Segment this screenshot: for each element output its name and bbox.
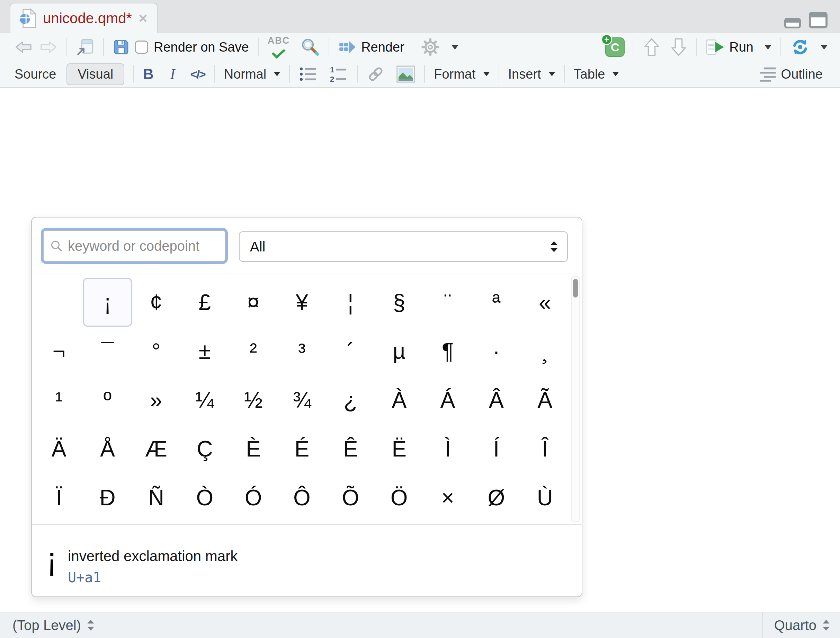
symbol-cell[interactable] xyxy=(35,278,83,327)
save-button[interactable] xyxy=(113,38,129,56)
symbol-cell[interactable]: À xyxy=(375,376,423,424)
table-menu[interactable]: Table xyxy=(574,67,619,82)
render-on-save-checkbox[interactable] xyxy=(135,41,148,54)
back-button[interactable] xyxy=(14,39,33,55)
symbol-cell[interactable]: ¨ xyxy=(423,278,472,327)
insert-link-button[interactable] xyxy=(367,66,385,82)
symbol-cell[interactable]: Í xyxy=(472,424,520,473)
symbol-cell[interactable]: Ñ xyxy=(132,473,180,522)
symbol-cell[interactable]: » xyxy=(132,376,180,424)
paragraph-style-dropdown[interactable]: Normal xyxy=(224,67,280,82)
symbol-filter-select[interactable]: All xyxy=(239,231,568,262)
symbol-cell[interactable]: ¡ xyxy=(83,278,131,327)
symbol-cell[interactable]: ¦ xyxy=(326,278,375,327)
symbol-cell[interactable]: £ xyxy=(180,278,229,327)
go-to-previous-chunk-button[interactable] xyxy=(643,38,660,57)
symbol-cell[interactable]: ¿ xyxy=(326,376,375,424)
symbol-cell[interactable]: Ù xyxy=(521,473,569,522)
symbol-cell[interactable]: § xyxy=(375,278,423,327)
symbol-cell[interactable]: Ô xyxy=(278,473,326,522)
editor-canvas[interactable]: All ¡¢£¤¥¦§¨ª«¬¯°±²³´µ¶·¸¹º»¼½¾¿ÀÁÂÃÄÅÆÇ… xyxy=(0,88,840,612)
spellcheck-button[interactable]: ABC xyxy=(268,36,290,58)
run-button[interactable]: Run xyxy=(706,38,771,56)
symbol-cell[interactable]: « xyxy=(521,278,569,327)
symbol-cell[interactable]: ¬ xyxy=(35,327,83,376)
symbol-cell[interactable]: ¼ xyxy=(180,376,229,424)
symbol-cell[interactable]: Á xyxy=(423,376,472,424)
symbol-cell[interactable]: Ä xyxy=(35,424,83,473)
symbol-cell[interactable]: Ð xyxy=(83,473,131,522)
table-menu-label: Table xyxy=(574,67,605,82)
symbol-cell[interactable]: ° xyxy=(132,327,180,376)
symbol-preview: ¡ inverted exclamation mark U+a1 xyxy=(32,524,582,597)
symbol-cell[interactable]: Ø xyxy=(472,473,520,522)
symbol-cell[interactable]: ¾ xyxy=(278,376,326,424)
outline-toggle-button[interactable]: Outline xyxy=(759,66,823,82)
tab-unicode-qmd[interactable]: unicode.qmd* ✕ xyxy=(10,3,158,33)
symbol-cell[interactable]: º xyxy=(83,376,131,424)
open-in-new-window-button[interactable] xyxy=(76,38,94,56)
bullet-list-button[interactable] xyxy=(299,66,317,82)
render-on-save-label[interactable]: Render on Save xyxy=(154,40,249,55)
scope-selector[interactable]: (Top Level) xyxy=(13,613,95,638)
symbol-cell[interactable]: µ xyxy=(375,327,423,376)
symbol-cell[interactable]: É xyxy=(278,424,326,473)
symbol-cell[interactable]: Ì xyxy=(423,424,472,473)
symbol-cell[interactable]: ´ xyxy=(326,327,375,376)
source-document-button[interactable] xyxy=(790,38,827,56)
symbol-cell[interactable]: Ï xyxy=(35,473,83,522)
insert-chunk-button[interactable]: C + xyxy=(605,38,625,57)
close-icon[interactable]: ✕ xyxy=(138,11,148,25)
forward-button[interactable] xyxy=(39,39,57,55)
document-mode-selector[interactable]: Quarto xyxy=(763,613,840,638)
symbol-cell[interactable]: ¤ xyxy=(229,278,277,327)
visual-mode-button[interactable]: Visual xyxy=(66,63,124,85)
minimize-pane-icon[interactable] xyxy=(784,18,801,28)
symbol-cell[interactable]: Å xyxy=(83,424,131,473)
symbol-cell[interactable]: ¢ xyxy=(132,278,180,327)
source-mode-button[interactable]: Source xyxy=(14,67,56,82)
symbol-cell[interactable]: Ê xyxy=(326,424,375,473)
down-arrow-icon xyxy=(670,38,687,57)
chevron-down-icon xyxy=(549,72,555,76)
numbered-list-button[interactable]: 1 2 xyxy=(329,66,348,82)
symbol-cell[interactable]: ¥ xyxy=(278,278,326,327)
symbol-cell[interactable]: · xyxy=(472,327,520,376)
symbol-cell[interactable]: Ã xyxy=(521,376,569,424)
symbol-cell[interactable]: ³ xyxy=(278,327,326,376)
symbol-cell[interactable]: Ò xyxy=(180,473,229,522)
symbol-cell[interactable]: Î xyxy=(521,424,569,473)
scrollbar-thumb[interactable] xyxy=(573,279,578,297)
paragraph-style-value: Normal xyxy=(224,67,266,82)
symbol-cell[interactable]: ± xyxy=(180,327,229,376)
find-button[interactable] xyxy=(300,38,320,57)
symbol-cell[interactable]: ¯ xyxy=(83,327,131,376)
symbol-cell[interactable]: Æ xyxy=(132,424,180,473)
maximize-pane-icon[interactable] xyxy=(809,12,827,28)
render-options-button[interactable] xyxy=(421,38,458,57)
symbol-cell[interactable]: Ç xyxy=(180,424,229,473)
symbol-cell[interactable]: Õ xyxy=(326,473,375,522)
symbol-cell[interactable]: Â xyxy=(472,376,520,424)
symbol-search-input[interactable] xyxy=(68,238,219,254)
symbol-cell[interactable]: ½ xyxy=(229,376,277,424)
go-to-next-chunk-button[interactable] xyxy=(670,38,687,57)
italic-button[interactable]: I xyxy=(171,66,175,82)
symbol-cell[interactable]: ² xyxy=(229,327,277,376)
scrollbar-track[interactable] xyxy=(571,276,579,522)
symbol-cell[interactable]: × xyxy=(423,473,472,522)
insert-menu[interactable]: Insert xyxy=(508,67,555,82)
symbol-cell[interactable]: Ë xyxy=(375,424,423,473)
insert-image-button[interactable] xyxy=(396,65,415,83)
render-button[interactable]: Render xyxy=(338,39,404,55)
code-button[interactable]: </> xyxy=(190,68,205,81)
symbol-cell[interactable]: È xyxy=(229,424,277,473)
format-menu[interactable]: Format xyxy=(434,67,489,82)
symbol-cell[interactable]: ¶ xyxy=(423,327,472,376)
symbol-cell[interactable]: ª xyxy=(472,278,520,327)
symbol-cell[interactable]: ¹ xyxy=(35,376,83,424)
symbol-cell[interactable]: Ó xyxy=(229,473,277,522)
symbol-cell[interactable]: Ö xyxy=(375,473,423,522)
bold-button[interactable]: B xyxy=(143,66,153,82)
symbol-cell[interactable]: ¸ xyxy=(521,327,569,376)
